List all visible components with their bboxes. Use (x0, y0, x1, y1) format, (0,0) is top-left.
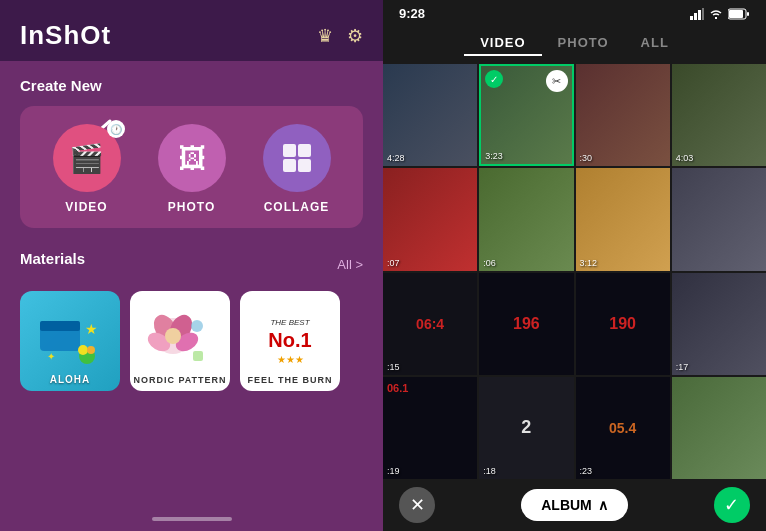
grid-cell-12[interactable]: 06.1 :19 (383, 377, 477, 479)
timestamp-11: :17 (676, 362, 689, 372)
gear-icon[interactable]: ⚙ (347, 25, 363, 47)
timestamp-2: :30 (580, 153, 593, 163)
status-bar: 9:28 (383, 0, 766, 27)
materials-grid: ★ ✦ ALOHA (20, 291, 363, 391)
video-icon: 🎬 (69, 142, 104, 175)
svg-rect-5 (298, 159, 311, 172)
video-icon-circle: 🎬 🕐 (53, 124, 121, 192)
materials-section: Materials All > ★ ✦ ALOHA (0, 238, 383, 401)
grid-cell-2[interactable]: :30 (576, 64, 670, 166)
album-label: ALBUM (541, 497, 592, 513)
collage-label: COLLAGE (264, 200, 330, 214)
grid-cell-8[interactable]: 06:4 :15 (383, 273, 477, 375)
bottom-controls: ✕ ALBUM ∧ ✓ (383, 479, 766, 531)
materials-title: Materials (20, 250, 85, 267)
svg-rect-24 (702, 8, 704, 20)
confirm-icon: ✓ (724, 494, 739, 516)
burn-best-text: THE BEST (270, 318, 309, 327)
svg-rect-4 (283, 159, 296, 172)
svg-rect-26 (747, 12, 749, 16)
grid-cell-9[interactable]: 196 (479, 273, 573, 375)
timestamp-3: 4:03 (676, 153, 694, 163)
grid-cell-0[interactable]: 4:28 (383, 64, 477, 166)
photo-label: PHOTO (168, 200, 215, 214)
photo-icon-circle: 🖼 (158, 124, 226, 192)
grid-cell-7[interactable] (672, 168, 766, 270)
create-photo-item[interactable]: 🖼 PHOTO (158, 124, 226, 214)
nordic-label: NORDIC PATTERN (130, 375, 230, 385)
grid-cell-6[interactable]: 3:12 (576, 168, 670, 270)
photo-icon: 🖼 (178, 142, 206, 175)
grid-cell-1[interactable]: ✓ ✂ 3:23 (479, 64, 573, 166)
battery-icon (728, 8, 750, 20)
burn-decoration: THE BEST No.1 ★★★ (268, 318, 311, 365)
grid-cell-11[interactable]: :17 (672, 273, 766, 375)
album-arrow-icon: ∧ (598, 497, 608, 513)
cancel-icon: ✕ (410, 494, 425, 516)
timestamp-4: :07 (387, 258, 400, 268)
create-video-item[interactable]: 🎬 🕐 VIDEO (53, 124, 121, 214)
create-new-title: Create New (20, 77, 363, 94)
timestamp-1: 3:23 (485, 151, 503, 161)
photo-grid: 4:28 ✓ ✂ 3:23 :30 4:03 :07 :06 3:12 06:4 (383, 64, 766, 479)
album-button[interactable]: ALBUM ∧ (521, 489, 628, 521)
nordic-graphic (145, 306, 215, 376)
svg-text:✦: ✦ (47, 351, 55, 362)
tab-photo[interactable]: PHOTO (542, 31, 625, 56)
timestamp-14: :23 (580, 466, 593, 476)
svg-rect-27 (729, 10, 743, 18)
svg-rect-7 (40, 321, 80, 331)
timestamp-5: :06 (483, 258, 496, 268)
left-panel: InShOt ♛ ⚙ Create New 🎬 🕐 VIDEO (0, 0, 383, 531)
timestamp-13: :18 (483, 466, 496, 476)
material-aloha[interactable]: ★ ✦ ALOHA (20, 291, 120, 391)
collage-icon-circle (263, 124, 331, 192)
svg-rect-21 (690, 16, 693, 20)
check-mark: ✓ (485, 70, 503, 88)
svg-rect-22 (694, 13, 697, 20)
app-header: InShOt ♛ ⚙ (0, 0, 383, 61)
aloha-label: ALOHA (20, 374, 120, 385)
cancel-button[interactable]: ✕ (399, 487, 435, 523)
grid-cell-13[interactable]: 2 :18 (479, 377, 573, 479)
status-time: 9:28 (399, 6, 425, 21)
svg-rect-2 (283, 144, 296, 157)
create-new-card: 🎬 🕐 VIDEO 🖼 PHOTO (20, 106, 363, 228)
svg-point-18 (165, 328, 181, 344)
media-tabs: VIDEO PHOTO ALL (383, 27, 766, 64)
create-new-section: Create New 🎬 🕐 VIDEO 🖼 PHOTO (0, 61, 383, 238)
status-icons (690, 8, 750, 20)
clock-badge: 🕐 (107, 120, 125, 138)
crown-icon[interactable]: ♛ (317, 25, 333, 47)
grid-cell-5[interactable]: :06 (479, 168, 573, 270)
right-panel: 9:28 VIDEO PHOTO ALL (383, 0, 766, 531)
app-title: InShOt (20, 20, 111, 51)
timestamp-12: :19 (387, 466, 400, 476)
material-burn[interactable]: THE BEST No.1 ★★★ FEEL THE BURN (240, 291, 340, 391)
svg-rect-20 (193, 351, 203, 361)
timestamp-6: 3:12 (580, 258, 598, 268)
svg-point-19 (191, 320, 203, 332)
timestamp-8: :15 (387, 362, 400, 372)
grid-cell-14[interactable]: 05.4 :23 (576, 377, 670, 479)
material-nordic[interactable]: NORDIC PATTERN (130, 291, 230, 391)
materials-header: Materials All > (20, 250, 363, 279)
grid-cell-4[interactable]: :07 (383, 168, 477, 270)
grid-cell-10[interactable]: 190 (576, 273, 670, 375)
tab-video[interactable]: VIDEO (464, 31, 541, 56)
grid-cell-3[interactable]: 4:03 (672, 64, 766, 166)
svg-point-12 (87, 346, 95, 354)
tab-all[interactable]: ALL (625, 31, 685, 56)
timestamp-0: 4:28 (387, 153, 405, 163)
create-collage-item[interactable]: COLLAGE (263, 124, 331, 214)
burn-stars: ★★★ (277, 354, 304, 365)
aloha-graphic: ★ ✦ (35, 306, 105, 376)
grid-cell-15[interactable] (672, 377, 766, 479)
scissors-mark[interactable]: ✂ (546, 70, 568, 92)
confirm-button[interactable]: ✓ (714, 487, 750, 523)
materials-all-link[interactable]: All > (337, 257, 363, 272)
svg-rect-3 (298, 144, 311, 157)
bottom-bar (152, 517, 232, 521)
svg-text:★: ★ (85, 321, 98, 337)
video-label: VIDEO (65, 200, 107, 214)
